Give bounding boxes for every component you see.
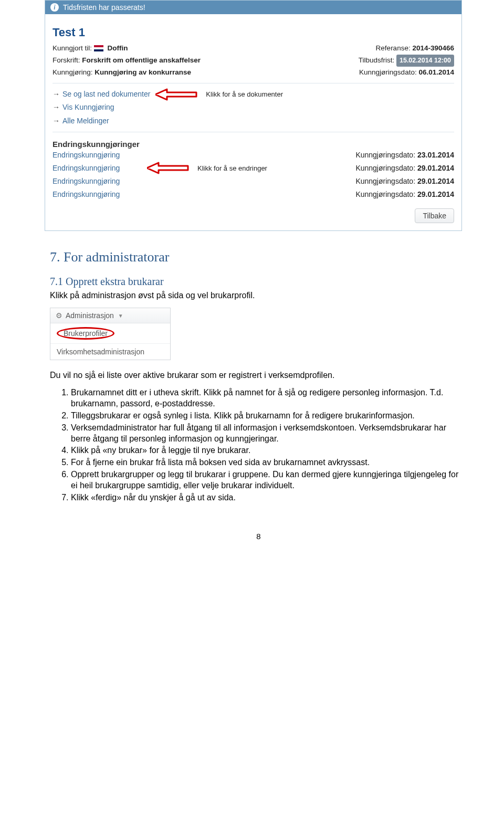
meta-reference: Referanse: 2014-390466 bbox=[376, 43, 454, 55]
meta-pubto-value: Doffin bbox=[108, 44, 128, 52]
paragraph-list-intro: Du vil no sjå ei liste over aktive bruka… bbox=[50, 371, 467, 380]
ep-link-3[interactable]: Endringskunngjøring bbox=[52, 175, 142, 188]
instruction-list: Brukarnamnet ditt er i utheva skrift. Kl… bbox=[50, 387, 467, 503]
svg-marker-0 bbox=[155, 89, 196, 100]
meta-pubto: Kunngjort til: Doffin bbox=[52, 43, 128, 55]
meta-kunngj: Kunngjøring: Kunngjøring av konkurranse bbox=[52, 67, 191, 79]
meta-reference-value: 2014-390466 bbox=[412, 44, 454, 52]
admin-menu-item-label: Brukerprofiler bbox=[64, 329, 108, 338]
meta-kunngj-value: Kunngjøring av konkurranse bbox=[94, 68, 191, 76]
list-item: Tilleggsbrukarar er også synleg i lista.… bbox=[71, 411, 467, 422]
arrow-right-icon: → bbox=[52, 88, 60, 101]
meta-forskrift-value: Forskrift om offentlige anskaffelser bbox=[82, 56, 201, 64]
link-all-messages-label: Alle Meldinger bbox=[62, 114, 109, 128]
separator bbox=[52, 132, 454, 132]
admin-menu-button[interactable]: ⚙ Administrasjon ▼ bbox=[50, 308, 170, 323]
link-show-announcement[interactable]: → Vis Kunngjøring bbox=[52, 101, 454, 114]
ep-date-2: Kunngjøringsdato: 29.01.2014 bbox=[355, 162, 454, 175]
ep-link-1[interactable]: Endringskunngjøring bbox=[52, 149, 142, 162]
svg-marker-1 bbox=[147, 163, 188, 173]
admin-menu-screenshot: ⚙ Administrasjon ▼ Brukerprofiler Virkso… bbox=[50, 308, 171, 360]
ep-link-2[interactable]: Endringskunngjøring bbox=[52, 162, 142, 175]
ep-title: Endringskunngjøringer bbox=[52, 140, 454, 149]
annotation-arrow-icon bbox=[155, 88, 197, 101]
heading-section-7: 7. For administratorar bbox=[50, 249, 467, 265]
list-item: Klikk «ferdig» når du ynskjer å gå ut av… bbox=[71, 492, 467, 503]
meta-forskrift: Forskrift: Forskrift om offentlige anska… bbox=[52, 55, 201, 67]
gear-icon: ⚙ bbox=[56, 311, 62, 320]
meta-deadline: Tilbudsfrist: 15.02.2014 12:00 bbox=[359, 55, 454, 67]
list-item: Klikk på «ny brukar» for å leggje til ny… bbox=[71, 445, 467, 456]
link-download-docs-label: Se og last ned dokumenter bbox=[62, 88, 150, 101]
ep-date-value: 29.01.2014 bbox=[417, 177, 454, 185]
info-icon: i bbox=[50, 3, 59, 12]
list-item: Opprett brukargrupper og legg til brukar… bbox=[71, 469, 467, 491]
link-download-docs[interactable]: → Se og last ned dokumenter bbox=[52, 88, 150, 101]
heading-section-7-1: 7.1 Opprett ekstra brukarar bbox=[50, 276, 467, 288]
info-banner: i Tidsfristen har passerats! bbox=[45, 1, 461, 14]
list-item: Brukarnamnet ditt er i utheva skrift. Kl… bbox=[71, 387, 467, 409]
panel-title: Test 1 bbox=[52, 26, 454, 39]
ep-date-value: 29.01.2014 bbox=[417, 164, 454, 172]
list-item: Verksemdadministrator har full åtgang ti… bbox=[71, 423, 467, 445]
ep-date-label: Kunngjøringsdato: bbox=[355, 164, 415, 172]
admin-menu-label: Administrasjon bbox=[66, 311, 114, 320]
flag-icon bbox=[94, 45, 103, 51]
ep-date-4: Kunngjøringsdato: 29.01.2014 bbox=[355, 188, 454, 201]
ep-date-value: 23.01.2014 bbox=[417, 151, 454, 159]
arrow-right-icon: → bbox=[52, 101, 60, 114]
admin-menu-item-brukerprofiler[interactable]: Brukerprofiler bbox=[50, 323, 170, 343]
link-show-announcement-label: Vis Kunngjøring bbox=[62, 101, 114, 114]
page-number: 8 bbox=[50, 532, 467, 541]
ep-date-label: Kunngjøringsdato: bbox=[355, 190, 415, 198]
ep-date-1: Kunngjøringsdato: 23.01.2014 bbox=[355, 149, 454, 162]
ep-date-label: Kunngjøringsdato: bbox=[355, 151, 415, 159]
paragraph-intro: Klikk på administrasjon øvst på sida og … bbox=[50, 291, 467, 300]
admin-menu-item-virksomhet[interactable]: Virksomhetsadministrasjon bbox=[50, 343, 170, 360]
annotation-arrow-icon bbox=[147, 162, 189, 174]
ep-date-value: 29.01.2014 bbox=[417, 190, 454, 198]
annotation-text-changes: Klikk for å se endringer bbox=[197, 162, 267, 174]
admin-menu-item-label: Virksomhetsadministrasjon bbox=[57, 348, 144, 356]
meta-pubdate-value: 06.01.2014 bbox=[418, 68, 454, 76]
link-all-messages[interactable]: → Alle Meldinger bbox=[52, 114, 454, 128]
chevron-down-icon: ▼ bbox=[118, 313, 123, 319]
meta-pubto-label: Kunngjort til: bbox=[52, 44, 92, 52]
separator bbox=[52, 83, 454, 83]
back-button[interactable]: Tilbake bbox=[415, 208, 454, 223]
meta-reference-label: Referanse: bbox=[376, 44, 411, 52]
meta-forskrift-label: Forskrift: bbox=[52, 56, 80, 64]
highlight-oval: Brukerprofiler bbox=[57, 327, 114, 340]
meta-deadline-value: 15.02.2014 12:00 bbox=[396, 55, 454, 67]
list-item: For å fjerne ein brukar frå lista må bok… bbox=[71, 457, 467, 468]
meta-deadline-label: Tilbudsfrist: bbox=[359, 56, 395, 64]
ep-date-3: Kunngjøringsdato: 29.01.2014 bbox=[355, 175, 454, 188]
meta-pubdate-label: Kunngjøringsdato: bbox=[359, 68, 417, 76]
ep-link-4[interactable]: Endringskunngjøring bbox=[52, 188, 142, 201]
ep-date-label: Kunngjøringsdato: bbox=[355, 177, 415, 185]
screenshot-panel: i Tidsfristen har passerats! Test 1 Kunn… bbox=[45, 0, 462, 231]
meta-kunngj-label: Kunngjøring: bbox=[52, 68, 93, 76]
info-banner-text: Tidsfristen har passerats! bbox=[63, 3, 145, 12]
arrow-right-icon: → bbox=[52, 114, 60, 128]
annotation-text-docs: Klikk for å se dokumenter bbox=[206, 90, 283, 98]
meta-pubdate: Kunngjøringsdato: 06.01.2014 bbox=[359, 67, 454, 79]
